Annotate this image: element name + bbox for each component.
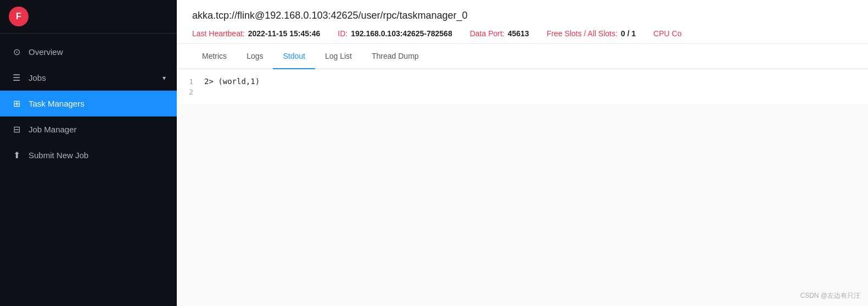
main-content: akka.tcp://flink@192.168.0.103:42625/use… (177, 0, 868, 306)
tab-thread-dump[interactable]: Thread Dump (362, 44, 429, 69)
submit-job-icon: ⬆ (11, 150, 22, 160)
sidebar-item-label: Jobs (29, 73, 46, 82)
sidebar: F ⊙ Overview ☰ Jobs ▾ ⊞ Task Managers ⊟ … (0, 0, 177, 306)
meta-heartbeat: Last Heartbeat: 2022-11-15 15:45:46 (192, 29, 320, 38)
sidebar-item-label: Job Manager (29, 125, 77, 134)
data-port-label: Data Port: (470, 29, 505, 38)
meta-bar: Last Heartbeat: 2022-11-15 15:45:46 ID: … (192, 29, 853, 38)
meta-id: ID: 192.168.0.103:42625-782568 (338, 29, 452, 38)
stdout-line-row: 12> (world,1) (177, 76, 868, 87)
sidebar-item-submit-new-job[interactable]: ⬆ Submit New Job (0, 142, 177, 168)
stdout-output: 12> (world,1)2 (177, 69, 868, 104)
data-port-value: 45613 (508, 29, 529, 38)
slots-value: 0 / 1 (621, 29, 636, 38)
sidebar-item-overview[interactable]: ⊙ Overview (0, 39, 177, 65)
id-label: ID: (338, 29, 348, 38)
stdout-content-area: 12> (world,1)2 (177, 69, 868, 306)
page-header: akka.tcp://flink@192.168.0.103:42625/use… (177, 0, 868, 44)
job-manager-icon: ⊟ (11, 124, 22, 135)
tabs-bar: Metrics Logs Stdout Log List Thread Dump (177, 44, 868, 69)
line-text: 2> (world,1) (204, 77, 260, 86)
overview-icon: ⊙ (11, 47, 22, 57)
meta-cpu: CPU Co (653, 29, 685, 38)
stdout-line-row: 2 (177, 87, 868, 97)
slots-label: Free Slots / All Slots: (547, 29, 618, 38)
jobs-icon: ☰ (11, 73, 22, 83)
line-number: 1 (177, 77, 204, 86)
tab-logs[interactable]: Logs (237, 44, 273, 69)
meta-data-port: Data Port: 45613 (470, 29, 529, 38)
sidebar-item-label: Submit New Job (29, 151, 88, 160)
tab-log-list[interactable]: Log List (315, 44, 362, 69)
sidebar-item-label: Overview (29, 47, 63, 57)
id-value: 192.168.0.103:42625-782568 (351, 29, 452, 38)
sidebar-item-label: Task Managers (29, 99, 85, 108)
sidebar-item-job-manager[interactable]: ⊟ Job Manager (0, 116, 177, 142)
sidebar-logo: F (0, 0, 177, 34)
task-managers-icon: ⊞ (11, 98, 22, 109)
sidebar-item-task-managers[interactable]: ⊞ Task Managers (0, 91, 177, 116)
sidebar-item-jobs[interactable]: ☰ Jobs ▾ (0, 65, 177, 91)
tab-metrics[interactable]: Metrics (192, 44, 237, 69)
app-logo-icon: F (9, 7, 29, 26)
sidebar-nav: ⊙ Overview ☰ Jobs ▾ ⊞ Task Managers ⊟ Jo… (0, 34, 177, 306)
meta-slots: Free Slots / All Slots: 0 / 1 (547, 29, 636, 38)
heartbeat-value: 2022-11-15 15:45:46 (248, 29, 321, 38)
page-title: akka.tcp://flink@192.168.0.103:42625/use… (192, 10, 853, 21)
line-number: 2 (177, 88, 204, 96)
tab-stdout[interactable]: Stdout (273, 44, 315, 69)
chevron-down-icon: ▾ (163, 74, 166, 82)
cpu-label: CPU Co (653, 29, 681, 38)
watermark: CSDN @左边有只汪 (800, 291, 860, 301)
heartbeat-label: Last Heartbeat: (192, 29, 245, 38)
